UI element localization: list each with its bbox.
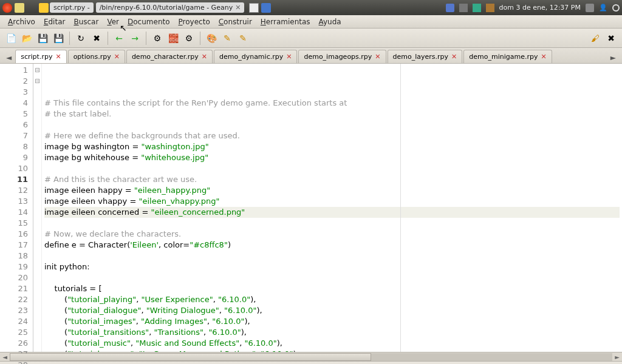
menu-buscar[interactable]: Buscar [69,18,103,26]
code-area[interactable]: # This file contains the script for the … [42,64,622,352]
toolbar: 📄 📂 💾 💾 ↻ ✖ ← → ⚙ 🧱 ⚙ 🎨 ✎ ✎ 🖌 ✖ [0,29,622,48]
forward-button[interactable]: → [128,31,142,46]
code-line-3[interactable] [44,120,620,130]
menu-archivo[interactable]: Archivo [4,18,39,26]
close-tab-icon[interactable]: ✕ [451,53,457,61]
taskbar-task-2[interactable]: /bin/renpy-6.10.0/tutorial/game - Geany✕ [96,2,245,13]
close-tab-icon[interactable]: ✕ [114,53,120,61]
code-line-22[interactable]: ("tutorial_transitions", "Transitions", … [44,327,620,338]
code-line-9[interactable]: image eileen happy = "eileen_happy.png" [44,185,620,196]
app3-icon[interactable] [39,3,49,13]
open-button[interactable]: 📂 [19,31,34,46]
bt-icon[interactable] [446,4,454,12]
new-file-button[interactable]: 📄 [4,31,18,46]
run-button[interactable]: ⚙ [182,31,196,46]
code-line-13[interactable]: # Now, we declare the characters. [44,229,620,240]
code-line-7[interactable] [44,163,620,174]
menu-herramientas[interactable]: Herramientas [256,18,315,26]
tab-demo_dynamic-rpy[interactable]: demo_dynamic.rpy✕ [214,50,297,63]
taskbar-task-1[interactable]: script.rpy - [50,2,94,13]
app-icon[interactable] [2,3,12,13]
menu-documento[interactable]: Documento [123,18,174,26]
menu-ayuda[interactable]: Ayuda [315,18,346,26]
close-tab-icon[interactable]: ✕ [375,53,380,61]
close-button[interactable]: ✖ [89,31,104,46]
goto-button[interactable]: ✎ [236,31,250,46]
tab-options-rpy[interactable]: options.rpy✕ [68,50,125,63]
code-line-8[interactable]: # And this is the character art we use. [44,174,620,185]
close-tab-icon[interactable]: ✕ [55,53,61,61]
brush-button[interactable]: 🖌 [588,31,603,46]
status-bar: línea: 11 col: 30 sel: 0 INS ES modo: Un… [0,361,622,364]
clock[interactable]: dom 3 de ene, 12:37 PM [499,4,581,12]
tab-demo_character-rpy[interactable]: demo_character.rpy✕ [126,50,213,63]
tab-bar: ◄ script.rpy✕options.rpy✕demo_character.… [0,48,622,64]
scroll-right-button[interactable]: ► [612,354,622,360]
code-line-1[interactable]: # This file contains the script for the … [44,98,620,109]
code-line-2[interactable]: # the start label. [44,109,620,120]
blue-icon[interactable] [261,3,271,13]
menu-bar: ArchivoEditarBuscarVerDocumentoProyectoC… [0,15,622,29]
horizontal-scrollbar[interactable]: ◄ ► [0,352,622,361]
mail-icon[interactable] [249,3,259,13]
back-button[interactable]: ← [112,31,126,46]
editor-area: 1234567891011121314151617181920212223242… [0,64,622,352]
color-button[interactable]: 🎨 [204,31,219,46]
tab-demo_layers-rpy[interactable]: demo_layers.rpy✕ [388,50,463,63]
tray-icon2[interactable] [486,4,494,12]
code-line-6[interactable]: image bg whitehouse = "whitehouse.jpg" [44,152,620,163]
tab-scroll-right[interactable]: ► [608,52,618,63]
code-line-24[interactable]: ("tutorial_menus", "In-Game Menus and Py… [44,349,620,352]
code-line-11[interactable]: image eileen concerned = "eileen_concern… [44,207,620,218]
code-line-21[interactable]: ("tutorial_images", "Adding Images", "6.… [44,316,620,327]
code-line-15[interactable] [44,251,620,261]
tab-demo_minigame-rpy[interactable]: demo_minigame.rpy✕ [463,50,552,63]
volume-icon[interactable] [586,4,594,12]
code-line-12[interactable] [44,218,620,229]
close-tab-icon[interactable]: ✕ [286,53,292,61]
menu-editar[interactable]: Editar [39,18,70,26]
menu-proyecto[interactable]: Proyecto [174,18,214,26]
code-line-14[interactable]: define e = Character('Eileen', color="#c… [44,240,620,251]
find-button[interactable]: ✎ [220,31,234,46]
line-gutter: 1234567891011121314151617181920212223242… [0,64,33,352]
build-button[interactable]: 🧱 [166,31,180,46]
code-line-17[interactable] [44,272,620,283]
exit-button[interactable]: ✖ [604,31,618,46]
code-line-19[interactable]: ("tutorial_playing", "User Experience", … [44,294,620,305]
save-button[interactable]: 💾 [35,31,50,46]
tab-script-rpy[interactable]: script.rpy✕ [15,50,66,63]
code-line-16[interactable]: init python: [44,261,620,272]
tab-scroll-left[interactable]: ◄ [4,52,14,63]
code-line-18[interactable]: tutorials = [ [44,283,620,294]
revert-button[interactable]: ↻ [73,31,88,46]
compile-button[interactable]: ⚙ [150,31,165,46]
code-line-20[interactable]: ("tutorial_dialogue", "Writing Dialogue"… [44,305,620,316]
code-line-4[interactable]: # Here we define the backgrounds that ar… [44,130,620,141]
code-line-10[interactable]: image eileen vhappy = "eileen_vhappy.png… [44,196,620,207]
close-tab-icon[interactable]: ✕ [541,53,547,61]
tray-icon1[interactable] [473,4,481,12]
scroll-thumb[interactable] [10,353,371,361]
net-icon[interactable] [459,4,468,12]
tab-demo_imageops-rpy[interactable]: demo_imageops.rpy✕ [298,50,386,63]
code-line-23[interactable]: ("tutorial_music", "Music and Sound Effe… [44,338,620,349]
scroll-left-button[interactable]: ◄ [0,354,10,360]
code-line-5[interactable]: image bg washington = "washington.jpg" [44,141,620,152]
menu-construir[interactable]: Construir [214,18,256,26]
fold-column[interactable]: ⊟⊟ [33,64,42,352]
fox-icon[interactable] [27,3,36,13]
places-icon[interactable] [15,3,24,13]
top-panel: script.rpy - /bin/renpy-6.10.0/tutorial/… [0,0,622,15]
ruler [400,64,401,352]
save-all-button[interactable]: 💾 [51,31,66,46]
close-tab-icon[interactable]: ✕ [202,53,207,61]
user-icon[interactable]: 👤 [599,4,607,12]
close-icon[interactable]: ✕ [235,4,241,12]
power-icon[interactable] [612,4,620,12]
menu-ver[interactable]: Ver [103,18,123,26]
